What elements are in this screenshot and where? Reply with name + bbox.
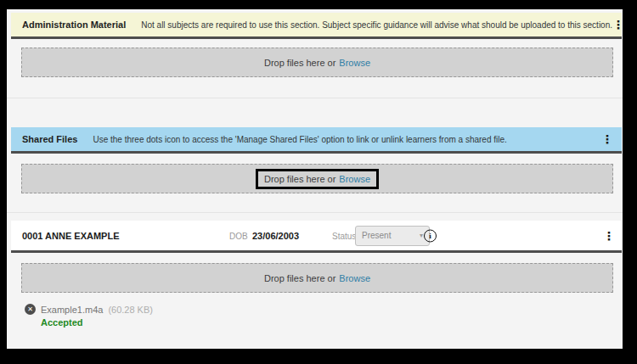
kebab-menu-icon[interactable]: ⋮ bbox=[603, 230, 615, 242]
shared-files-title: Shared Files bbox=[22, 134, 77, 144]
dob-value: 23/06/2003 bbox=[252, 231, 299, 241]
learner-dropzone[interactable]: Drop files here or Browse bbox=[21, 263, 613, 293]
shared-files-header: Shared Files Use the three dots icon to … bbox=[11, 127, 622, 154]
admin-material-title: Administration Material bbox=[22, 20, 126, 30]
status-select[interactable]: Present ▾ bbox=[355, 226, 430, 246]
section-divider bbox=[7, 212, 623, 213]
section-divider bbox=[7, 98, 623, 98]
browse-link[interactable]: Browse bbox=[339, 273, 370, 283]
admin-material-dropzone[interactable]: Drop files here or Browse bbox=[21, 48, 613, 77]
file-name: Example1.m4a bbox=[41, 305, 103, 315]
browse-link[interactable]: Browse bbox=[339, 174, 370, 184]
dropzone-label: Drop files here or Browse bbox=[264, 273, 370, 283]
admin-material-header: Administration Material Not all subjects… bbox=[11, 13, 622, 39]
learner-name: 0001 ANNE EXAMPLE bbox=[22, 231, 120, 241]
kebab-menu-icon[interactable]: ⋮ bbox=[601, 133, 613, 145]
file-size: (60.28 KB) bbox=[108, 305, 153, 315]
dropzone-text: Drop files here or bbox=[264, 58, 335, 68]
info-icon[interactable]: i bbox=[424, 229, 437, 242]
kebab-menu-icon[interactable]: ⋮ bbox=[612, 19, 623, 31]
file-status-badge: Accepted bbox=[41, 317, 623, 328]
page-content: Administration Material Not all subjects… bbox=[7, 9, 623, 349]
shared-files-note: Use the three dots icon to access the 'M… bbox=[93, 135, 506, 144]
dropzone-text: Drop files here or bbox=[264, 273, 335, 283]
dropzone-label: Drop files here or Browse bbox=[264, 58, 370, 68]
shared-files-dropzone[interactable]: Drop files here or Browse bbox=[21, 164, 613, 193]
browse-link[interactable]: Browse bbox=[339, 58, 370, 68]
dob-label: DOB bbox=[229, 231, 248, 240]
status-selected-value: Present bbox=[362, 231, 391, 240]
dropzone-text: Drop files here or bbox=[264, 174, 335, 184]
dropzone-label-highlighted[interactable]: Drop files here or Browse bbox=[256, 169, 379, 189]
chevron-down-icon: ▾ bbox=[420, 232, 423, 239]
remove-file-icon[interactable]: ✕ bbox=[25, 304, 36, 315]
admin-material-note: Not all subjects are required to use thi… bbox=[141, 20, 612, 30]
uploaded-file-item: ✕ Example1.m4a (60.28 KB) Accepted bbox=[25, 304, 623, 328]
learner-row: 0001 ANNE EXAMPLE DOB 23/06/2003 Status … bbox=[11, 221, 622, 253]
status-label: Status bbox=[332, 231, 356, 240]
